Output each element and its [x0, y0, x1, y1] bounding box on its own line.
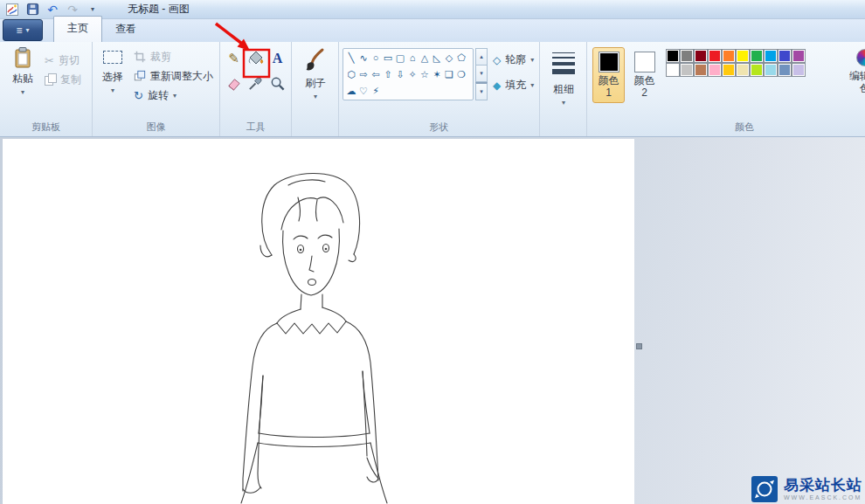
palette-swatch-99d9ea[interactable] [764, 63, 778, 77]
shape-outline-button[interactable]: ◇ 轮廓 ▾ [493, 52, 534, 67]
shape-cloud-callout[interactable]: ☁ [345, 83, 357, 100]
undo-icon: ↶ [47, 3, 58, 16]
palette-swatch-880015[interactable] [694, 49, 708, 63]
colors-group: 颜色 1 颜色 2 编辑颜色 颜色 [587, 42, 865, 136]
customize-quick-access-button[interactable]: ▾ [85, 2, 100, 17]
brushes-button[interactable]: 刷子 ▾ [298, 47, 333, 100]
shape-four-point-star[interactable]: ✧ [406, 66, 419, 83]
palette-swatch-ed1c24[interactable] [708, 49, 722, 63]
palette-swatch-ffc90e[interactable] [722, 63, 736, 77]
color-picker-tool-button[interactable] [245, 71, 266, 95]
brushes-group: 刷子 ▾ [292, 42, 339, 136]
color1-button[interactable]: 颜色 1 [592, 47, 625, 103]
shape-up-arrow[interactable]: ⇧ [382, 66, 394, 83]
shape-polygon[interactable]: ⌂ [406, 50, 419, 66]
pencil-icon: ✎ [228, 51, 239, 66]
color2-swatch [634, 52, 655, 72]
shape-oval[interactable]: ○ [370, 50, 382, 66]
crop-button[interactable]: 裁剪 [131, 47, 216, 66]
rotate-button[interactable]: ↻ 旋转 ▾ [131, 86, 216, 105]
shape-lightning[interactable]: ⚡ [370, 83, 382, 100]
cut-button[interactable]: ✂ 剪切 [42, 51, 84, 70]
palette-swatch-22b14c[interactable] [750, 49, 764, 63]
shape-five-point-star[interactable]: ☆ [419, 66, 431, 83]
drawing-canvas[interactable] [3, 139, 634, 504]
shape-line[interactable]: ╲ [345, 50, 357, 66]
shape-rounded-callout[interactable]: ❏ [443, 66, 455, 83]
shapes-gallery-expand-button[interactable]: ▾ [475, 82, 488, 100]
palette-swatch-000000[interactable] [666, 49, 680, 63]
shape-rectangle[interactable]: ▭ [382, 50, 394, 66]
brush-icon [303, 47, 328, 73]
copy-button[interactable]: 复制 [42, 70, 84, 89]
size-button[interactable]: 粗细 ▾ [546, 49, 581, 106]
shape-six-point-star[interactable]: ✶ [431, 66, 443, 83]
palette-swatch-7f7f7f[interactable] [680, 49, 694, 63]
redo-button[interactable]: ↷ [65, 2, 80, 17]
paint-menu-button[interactable]: ≡ ▾ [3, 19, 43, 41]
palette-swatch-ffaec9[interactable] [708, 63, 722, 77]
shape-left-arrow[interactable]: ⇦ [370, 66, 382, 83]
app-icon [4, 2, 20, 17]
tools-group-label: 工具 [220, 121, 291, 134]
color1-swatch [599, 52, 619, 72]
palette-swatch-3f48cc[interactable] [778, 49, 792, 63]
shape-fill-button[interactable]: ◆ 填充 ▾ [493, 78, 534, 93]
tab-home[interactable]: 主页 [53, 16, 102, 42]
palette-swatch-fff200[interactable] [736, 49, 750, 63]
color-wheel-icon [856, 49, 865, 66]
shape-right-triangle[interactable]: ◺ [431, 50, 443, 66]
undo-button[interactable]: ↶ [45, 2, 60, 17]
brushes-label: 刷子 [305, 76, 326, 91]
palette-swatch-b5e61d[interactable] [750, 63, 764, 77]
palette-swatch-a349a4[interactable] [792, 49, 806, 63]
palette-swatch-00a2e8[interactable] [764, 49, 778, 63]
shape-rounded-rectangle[interactable]: ▢ [394, 50, 406, 66]
palette-swatch-ffffff[interactable] [666, 63, 680, 77]
tab-view[interactable]: 查看 [102, 17, 149, 42]
palette-swatch-7092be[interactable] [778, 63, 792, 77]
pencil-tool-button[interactable]: ✎ [223, 46, 245, 71]
magnifier-tool-button[interactable] [266, 71, 288, 95]
palette-swatch-efe4b0[interactable] [736, 63, 750, 77]
shapes-grid: ╲∿○▭▢⌂△◺◇⬠⬡⇨⇦⇧⇩✧☆✶❏❍☁♡⚡ [343, 48, 474, 100]
watermark-text: 易采站长站 WWW.EASCK.COM [784, 478, 862, 501]
palette-swatch-ff7f27[interactable] [722, 49, 736, 63]
shape-heart[interactable]: ♡ [357, 83, 370, 100]
text-tool-icon: A [273, 51, 283, 66]
watermark: 易采站长站 WWW.EASCK.COM [751, 476, 862, 502]
select-button[interactable]: 选择 ▾ [98, 46, 128, 93]
shape-oval-callout[interactable]: ❍ [455, 66, 467, 83]
save-button[interactable] [24, 2, 40, 17]
edit-colors-label: 编辑颜色 [846, 70, 865, 94]
palette-swatch-b97a57[interactable] [694, 63, 708, 77]
paste-button[interactable]: 粘贴 ▾ [5, 46, 40, 95]
image-group-label: 图像 [93, 121, 219, 134]
shape-diamond[interactable]: ◇ [443, 50, 455, 66]
canvas-resize-handle[interactable] [636, 343, 642, 349]
shapes-scroll-up-button[interactable]: ▴ [475, 48, 488, 66]
edit-colors-button[interactable]: 编辑颜色 [846, 49, 865, 107]
shapes-scroll-down-button[interactable]: ▾ [475, 66, 488, 82]
shape-right-arrow[interactable]: ⇨ [357, 66, 370, 83]
resize-button[interactable]: 重新调整大小 [131, 66, 216, 86]
shape-triangle[interactable]: △ [419, 50, 431, 66]
palette-swatch-c8bfe7[interactable] [792, 63, 806, 77]
watermark-subtitle: WWW.EASCK.COM [784, 494, 862, 501]
ribbon: 粘贴 ▾ ✂ 剪切 复制 剪贴板 选择 ▾ [0, 42, 865, 137]
fill-with-color-tool-button[interactable] [245, 46, 266, 71]
chevron-down-icon: ▾ [26, 27, 30, 33]
eraser-tool-button[interactable] [223, 71, 245, 95]
chevron-down-icon: ▾ [21, 89, 24, 95]
shape-pentagon[interactable]: ⬠ [455, 50, 467, 66]
chevron-down-icon: ▾ [530, 82, 534, 88]
palette-swatch-c3c3c3[interactable] [680, 63, 694, 77]
text-tool-button[interactable]: A [266, 46, 288, 71]
title-bar: ↶ ↷ ▾ 无标题 - 画图 [0, 0, 865, 19]
chevron-down-icon: ▾ [111, 87, 114, 93]
color2-button[interactable]: 颜色 2 [628, 47, 661, 103]
shape-curve[interactable]: ∿ [357, 50, 370, 66]
shape-hexagon[interactable]: ⬡ [345, 66, 357, 83]
shape-down-arrow[interactable]: ⇩ [394, 66, 406, 83]
redo-icon: ↷ [67, 3, 78, 16]
